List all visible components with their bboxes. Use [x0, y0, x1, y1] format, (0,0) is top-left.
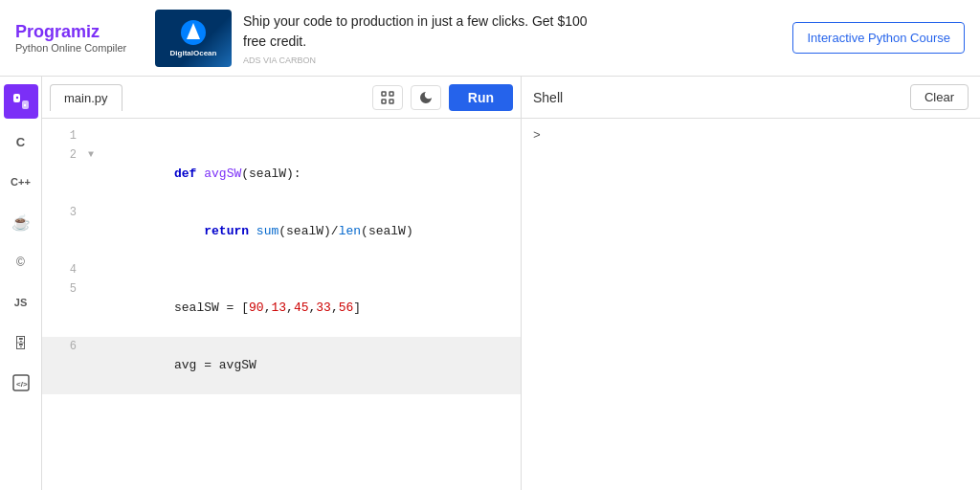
code-editor[interactable]: 1 2 ▼ def avgSW(sealW): 3 return sum(sea… [42, 119, 521, 490]
tab-main[interactable]: main.py [50, 84, 122, 111]
code-content: avg = avgSW [100, 337, 256, 394]
svg-point-4 [15, 97, 17, 99]
sidebar: C C++ ☕ © JS 🗄 </> [0, 77, 42, 490]
code-line-5: 5 sealSW = [90,13,45,33,56] [42, 279, 521, 337]
sidebar-item-python[interactable] [4, 84, 38, 119]
run-button[interactable]: Run [449, 84, 513, 111]
code-content: sealSW = [90,13,45,33,56] [100, 279, 361, 337]
sidebar-item-sql[interactable]: 🗄 [4, 325, 38, 360]
line-number: 6 [50, 337, 77, 356]
sidebar-item-c[interactable]: C [4, 124, 38, 159]
line-number: 2 [50, 145, 77, 165]
logo-name[interactable]: Programiz [15, 22, 140, 42]
code-content: def avgSW(sealW): [100, 145, 301, 203]
sidebar-item-clang[interactable]: © [4, 245, 38, 279]
ad-text: Ship your code to production in just a f… [243, 11, 777, 52]
sidebar-item-java[interactable]: ☕ [4, 205, 38, 239]
topbar: Programiz Python Online Compiler Digital… [0, 0, 980, 77]
code-line-2: 2 ▼ def avgSW(sealW): [42, 145, 521, 203]
line-number: 5 [50, 279, 77, 299]
ad-logo-text: DigitalOcean [168, 16, 219, 59]
line-arrow [88, 279, 100, 299]
svg-rect-10 [382, 100, 386, 103]
code-line-1: 1 [42, 126, 521, 145]
svg-rect-11 [390, 100, 393, 103]
ad-banner: DigitalOcean Ship your code to productio… [155, 10, 777, 67]
svg-rect-9 [390, 92, 393, 96]
sidebar-item-cpp[interactable]: C++ [4, 165, 38, 199]
fullscreen-icon [381, 91, 394, 104]
shell-toolbar: Shell Clear [522, 77, 980, 119]
line-number: 1 [50, 126, 77, 145]
svg-text:</>: </> [16, 380, 28, 389]
code-line-3: 3 return sum(sealW)/len(sealW) [42, 203, 521, 260]
code-content: return sum(sealW)/len(sealW) [100, 203, 413, 260]
shell-area: Shell Clear > [521, 77, 980, 490]
cta-button[interactable]: Interactive Python Course [792, 22, 965, 54]
python-icon [11, 92, 31, 111]
svg-rect-8 [382, 92, 386, 96]
line-arrow [88, 337, 100, 356]
ad-image: DigitalOcean [155, 10, 232, 67]
fullscreen-button[interactable] [372, 85, 403, 110]
sidebar-item-js[interactable]: JS [4, 285, 38, 320]
code-line-6: 6 avg = avgSW [42, 337, 521, 394]
line-number: 3 [50, 203, 77, 222]
moon-icon [419, 91, 433, 104]
line-arrow [88, 203, 100, 222]
theme-button[interactable] [411, 85, 441, 110]
code-line-4: 4 [42, 260, 521, 279]
main-layout: C C++ ☕ © JS 🗄 </> main.py [0, 77, 980, 490]
ad-label: ADS VIA CARBON [243, 56, 777, 65]
line-arrow [88, 126, 100, 145]
shell-label: Shell [533, 90, 910, 105]
logo-area: Programiz Python Online Compiler [15, 22, 140, 54]
logo-subtitle: Python Online Compiler [15, 42, 140, 54]
line-number: 4 [50, 260, 77, 279]
shell-content[interactable]: > [522, 119, 980, 490]
editor-toolbar: main.py Run [42, 77, 521, 119]
svg-point-5 [23, 104, 25, 106]
clear-button[interactable]: Clear [910, 84, 969, 110]
line-arrow: ▼ [88, 145, 100, 165]
html-icon: </> [12, 374, 30, 391]
editor-area: main.py Run 1 [42, 77, 521, 490]
shell-prompt: > [533, 128, 541, 143]
line-arrow [88, 260, 100, 279]
sidebar-item-html[interactable]: </> [4, 366, 38, 400]
